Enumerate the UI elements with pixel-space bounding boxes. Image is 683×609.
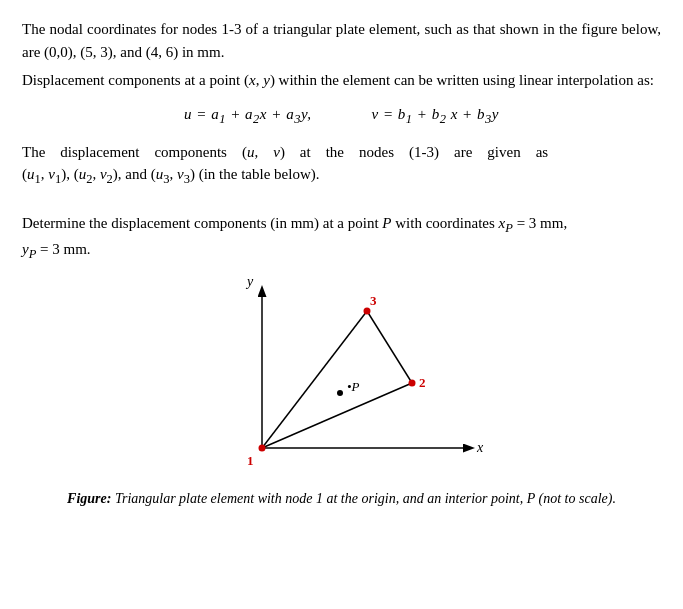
point-p-label: •P: [347, 379, 360, 394]
figure-container: y x 1 2 3 •P: [22, 273, 661, 483]
displacement-paragraph: Displacement components at a point (x, y…: [22, 69, 661, 92]
node1-label: 1: [247, 453, 254, 468]
y-axis-label: y: [244, 274, 253, 289]
determine-paragraph: Determine the displacement components (i…: [22, 212, 661, 264]
svg-point-8: [363, 308, 370, 315]
equation-block: u = a1 + a2x + a3y, v = b1 + b2 x + b3y: [22, 106, 661, 127]
node2-label: 2: [419, 375, 426, 390]
eq-v: v = b1 + b2 x + b3y: [372, 106, 499, 127]
figure-caption: Figure: Triangular plate element with no…: [22, 489, 661, 509]
svg-point-6: [258, 445, 265, 452]
eq-u: u = a1 + a2x + a3y,: [184, 106, 311, 127]
triangle-figure: y x 1 2 3 •P: [182, 273, 502, 483]
svg-point-7: [408, 380, 415, 387]
svg-line-3: [262, 383, 412, 448]
node3-label: 3: [370, 293, 377, 308]
svg-line-4: [367, 311, 412, 383]
x-axis-label: x: [475, 440, 483, 455]
svg-point-9: [337, 390, 343, 396]
figure-caption-bold: Figure:: [67, 491, 111, 506]
intro-paragraph: The nodal coordinates for nodes 1-3 of a…: [22, 18, 661, 63]
nodes-paragraph: The displacement components (u, v) at th…: [22, 141, 661, 189]
